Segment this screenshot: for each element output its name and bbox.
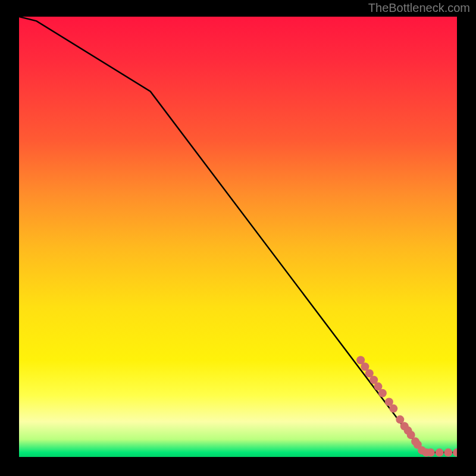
data-point bbox=[453, 449, 457, 457]
data-point bbox=[427, 449, 435, 457]
chart-frame: TheBottleneck.com bbox=[0, 0, 476, 476]
data-point bbox=[378, 389, 387, 397]
watermark-text: TheBottleneck.com bbox=[368, 1, 470, 15]
chart-overlay bbox=[19, 17, 457, 457]
scatter-series bbox=[356, 356, 457, 456]
trend-line bbox=[19, 17, 457, 453]
data-point bbox=[444, 449, 452, 457]
data-point bbox=[389, 405, 397, 413]
line-series bbox=[19, 17, 457, 453]
data-point bbox=[436, 449, 444, 457]
